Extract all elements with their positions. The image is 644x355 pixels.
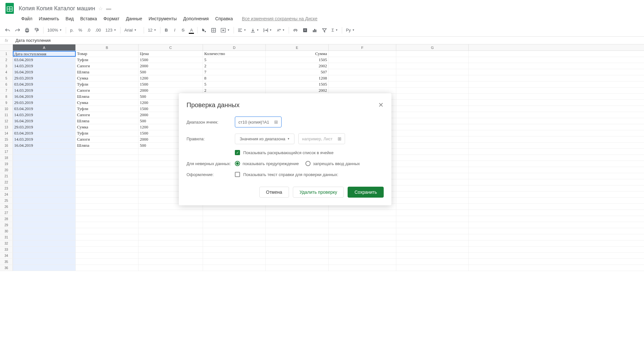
cell[interactable]: 29.03.2019 bbox=[13, 124, 76, 130]
show-help-checkbox[interactable]: Показывать текст справки для проверки да… bbox=[235, 172, 338, 177]
borders-button[interactable] bbox=[209, 26, 218, 34]
cell[interactable] bbox=[139, 253, 203, 258]
cell[interactable] bbox=[396, 149, 469, 154]
cell[interactable] bbox=[266, 210, 329, 216]
cell[interactable] bbox=[13, 161, 76, 167]
cell[interactable] bbox=[329, 240, 396, 246]
cell[interactable] bbox=[13, 240, 76, 246]
row-header[interactable]: 17 bbox=[0, 149, 13, 154]
sheets-logo[interactable] bbox=[3, 2, 16, 15]
cell[interactable] bbox=[329, 51, 396, 57]
column-header-F[interactable]: F bbox=[329, 44, 396, 51]
cell[interactable] bbox=[329, 81, 396, 87]
cell[interactable] bbox=[76, 253, 139, 258]
cell[interactable]: 03.04.2019 bbox=[13, 81, 76, 87]
cell[interactable] bbox=[76, 228, 139, 234]
cell[interactable]: 03.04.2019 bbox=[13, 106, 76, 112]
insert-link-button[interactable] bbox=[291, 26, 300, 34]
cell[interactable]: 14.03.2019 bbox=[13, 136, 76, 142]
row-header[interactable]: 12 bbox=[0, 118, 13, 124]
cell[interactable] bbox=[329, 216, 396, 222]
cell[interactable] bbox=[266, 253, 329, 258]
cell[interactable] bbox=[329, 210, 396, 216]
row-header[interactable]: 36 bbox=[0, 265, 13, 271]
show-dropdown-checkbox[interactable]: ✓ Показывать раскрывающийся список в яче… bbox=[235, 150, 333, 155]
cell[interactable] bbox=[396, 265, 469, 271]
cell[interactable] bbox=[266, 228, 329, 234]
cell[interactable] bbox=[13, 265, 76, 271]
cell[interactable] bbox=[76, 259, 139, 265]
cell[interactable] bbox=[396, 185, 469, 191]
strikethrough-button[interactable]: S bbox=[179, 26, 187, 34]
cell[interactable] bbox=[266, 216, 329, 222]
cell[interactable] bbox=[329, 63, 396, 69]
cell[interactable] bbox=[13, 253, 76, 258]
cell[interactable] bbox=[139, 228, 203, 234]
cell[interactable] bbox=[396, 161, 469, 167]
cell[interactable] bbox=[396, 75, 469, 81]
cell[interactable] bbox=[139, 247, 203, 252]
paint-format-button[interactable] bbox=[32, 26, 41, 34]
cell[interactable] bbox=[76, 247, 139, 252]
cell[interactable] bbox=[396, 173, 469, 179]
redo-button[interactable] bbox=[13, 26, 22, 34]
cell[interactable]: 7 bbox=[203, 69, 266, 75]
cell[interactable]: Сумка bbox=[76, 124, 139, 130]
cell[interactable] bbox=[203, 259, 266, 265]
cell[interactable] bbox=[139, 259, 203, 265]
cell[interactable] bbox=[396, 204, 469, 210]
cell[interactable]: 16.04.2019 bbox=[13, 118, 76, 124]
close-icon[interactable]: ✕ bbox=[378, 101, 384, 109]
row-header[interactable]: 19 bbox=[0, 161, 13, 167]
cell[interactable] bbox=[203, 265, 266, 271]
row-header[interactable]: 32 bbox=[0, 240, 13, 246]
cell[interactable] bbox=[76, 204, 139, 210]
cell[interactable] bbox=[396, 143, 469, 148]
criteria-range-input[interactable]: например, Лист ⊞ bbox=[298, 133, 345, 144]
row-header[interactable]: 22 bbox=[0, 179, 13, 185]
increase-decimal-button[interactable]: .00 bbox=[93, 26, 103, 34]
cell[interactable]: Шляпа bbox=[76, 118, 139, 124]
cell[interactable] bbox=[396, 63, 469, 69]
cell[interactable] bbox=[266, 265, 329, 271]
percent-button[interactable]: % bbox=[76, 26, 84, 34]
cell[interactable] bbox=[329, 88, 396, 93]
cell[interactable] bbox=[76, 173, 139, 179]
cell[interactable] bbox=[396, 179, 469, 185]
save-status[interactable]: Все изменения сохранены на Диске bbox=[239, 15, 320, 23]
cell[interactable] bbox=[139, 240, 203, 246]
cell[interactable] bbox=[396, 94, 469, 99]
row-header[interactable]: 33 bbox=[0, 247, 13, 252]
cell[interactable]: Количество bbox=[203, 51, 266, 57]
row-header[interactable]: 26 bbox=[0, 204, 13, 210]
cell[interactable] bbox=[329, 222, 396, 228]
cell[interactable]: Туфли bbox=[76, 106, 139, 112]
font-size-select[interactable]: 12▼ bbox=[146, 27, 158, 33]
row-header[interactable]: 16 bbox=[0, 143, 13, 148]
menu-item-4[interactable]: Формат bbox=[101, 15, 122, 23]
italic-button[interactable]: I bbox=[171, 26, 178, 34]
cell[interactable] bbox=[76, 216, 139, 222]
menu-item-7[interactable]: Дополнения bbox=[181, 15, 211, 23]
cell[interactable]: 03.04.2019 bbox=[13, 57, 76, 63]
cell[interactable] bbox=[266, 234, 329, 240]
cell[interactable] bbox=[76, 192, 139, 197]
cell[interactable] bbox=[139, 265, 203, 271]
cell[interactable]: 03.04.2019 bbox=[13, 130, 76, 136]
cell[interactable] bbox=[329, 69, 396, 75]
cell[interactable]: Шляпа bbox=[76, 143, 139, 148]
cell[interactable]: 5 bbox=[203, 81, 266, 87]
menu-item-6[interactable]: Инструменты bbox=[146, 15, 179, 23]
cell[interactable] bbox=[396, 167, 469, 173]
cell[interactable] bbox=[329, 57, 396, 63]
text-color-button[interactable]: A bbox=[187, 26, 195, 34]
cell[interactable] bbox=[329, 253, 396, 258]
cell[interactable] bbox=[203, 228, 266, 234]
cell[interactable] bbox=[396, 130, 469, 136]
cell[interactable] bbox=[396, 234, 469, 240]
cell[interactable] bbox=[329, 75, 396, 81]
cell[interactable] bbox=[329, 228, 396, 234]
cell[interactable]: Сумка bbox=[76, 100, 139, 106]
menu-item-1[interactable]: Изменить bbox=[36, 15, 62, 23]
cell[interactable]: Шляпа bbox=[76, 94, 139, 99]
